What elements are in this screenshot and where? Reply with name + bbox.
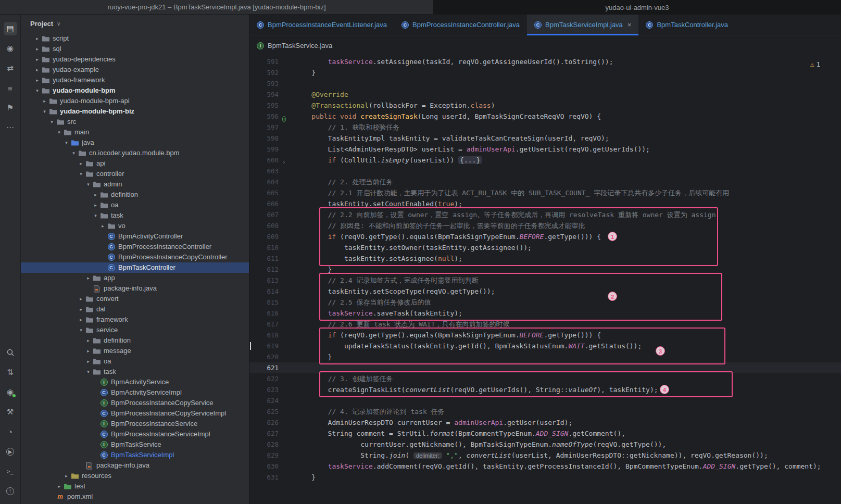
tree-item-oa[interactable]: ▸oa <box>21 200 249 210</box>
line-number[interactable]: 628 <box>249 439 279 450</box>
code-text[interactable]: // 原因是: 不能和向前加签的子任务一起审批，需要等前面的子任务都完成才能审批 <box>295 220 585 231</box>
chevron-collapsed-icon[interactable]: ▸ <box>84 275 92 281</box>
code-line[interactable]: 622 // 3. 创建加签任务 <box>249 373 841 384</box>
tree-item-task[interactable]: ▾task <box>21 367 249 377</box>
editor-tab-bpmtaskserviceimpl-java[interactable]: CBpmTaskServiceImpl.java× <box>527 15 638 35</box>
code-text[interactable]: taskEntity.setCountEnabled(true); <box>295 198 462 209</box>
chevron-expanded-icon[interactable]: ▾ <box>33 88 41 93</box>
profiler-icon[interactable]: ◔ <box>4 425 17 438</box>
chevron-collapsed-icon[interactable]: ▸ <box>41 98 48 104</box>
close-icon[interactable]: × <box>627 21 632 29</box>
editor-tab-bpmprocessinstancecontroller-java[interactable]: CBpmProcessInstanceController.java <box>394 15 527 35</box>
code-text[interactable]: taskService.addComment(reqVO.getId(), ta… <box>295 461 821 472</box>
chevron-collapsed-icon[interactable]: ▸ <box>33 36 41 41</box>
build-icon[interactable]: ⚒ <box>4 405 17 419</box>
chevron-collapsed-icon[interactable]: ▸ <box>33 46 41 52</box>
chevron-collapsed-icon[interactable]: ▸ <box>33 57 41 62</box>
terminal-icon[interactable]: >_ <box>4 464 17 478</box>
line-number[interactable]: 598 <box>249 133 279 144</box>
code-line[interactable]: 628 currentUser.getNickname(), BpmTaskSi… <box>249 439 841 450</box>
chevron-collapsed-icon[interactable]: ▸ <box>33 78 41 83</box>
line-number[interactable]: 621 <box>249 362 279 373</box>
line-number[interactable]: 592 <box>249 67 279 78</box>
code-text[interactable]: // 2.5 保存当前任务修改后的值 <box>295 297 431 308</box>
chevron-collapsed-icon[interactable]: ▸ <box>84 348 92 354</box>
tree-item-bpmactivityserviceimpl[interactable]: CBpmActivityServiceImpl <box>21 387 249 398</box>
tree-item-convert[interactable]: ▸convert <box>21 294 249 304</box>
tree-item-bpmprocessinstanceserviceimpl[interactable]: CBpmProcessInstanceServiceImpl <box>21 429 249 439</box>
tree-item-yudao-framework[interactable]: ▸yudao-framework <box>21 75 249 85</box>
tree-item-pom-xml[interactable]: mpom.xml <box>21 492 249 502</box>
chevron-collapsed-icon[interactable]: ▸ <box>77 161 85 166</box>
line-number[interactable]: 631 <box>249 472 279 483</box>
line-number[interactable]: 630 <box>249 461 279 472</box>
chevron-expanded-icon[interactable]: ▾ <box>55 130 63 135</box>
code-text[interactable]: @Transactional(rollbackFor = Exception.c… <box>295 100 495 111</box>
find-icon[interactable]: ⇅ <box>4 366 17 379</box>
chevron-collapsed-icon[interactable]: ▸ <box>92 192 99 197</box>
chevron-collapsed-icon[interactable]: ▸ <box>77 296 85 301</box>
code-text[interactable]: // 2.4 记录加签方式，完成任务时需要用到判断 <box>295 275 478 286</box>
line-number[interactable]: 596 <box>249 111 279 122</box>
tree-item-definition[interactable]: ▸definition <box>21 335 249 346</box>
line-number[interactable]: 610 <box>249 242 279 253</box>
code-line[interactable]: 603 <box>249 166 841 177</box>
line-number[interactable]: 599 <box>249 144 279 155</box>
tree-item-oa[interactable]: ▸oa <box>21 356 249 367</box>
chevron-collapsed-icon[interactable]: ▸ <box>62 473 70 478</box>
code-text[interactable]: AdminUserRespDTO currentUser = adminUser… <box>295 417 572 428</box>
code-line[interactable]: 591 taskService.setAssignee(taskId, reqV… <box>249 56 841 67</box>
tree-item-vo[interactable]: ▸vo <box>21 221 249 231</box>
tree-item-yudao-module-bpm-biz[interactable]: ▾yudao-module-bpm-biz <box>21 106 249 117</box>
inspection-widget[interactable]: ⚠ 1 <box>810 60 820 68</box>
line-number[interactable]: 629 <box>249 450 279 461</box>
chevron-expanded-icon[interactable]: ▾ <box>62 140 70 145</box>
line-number[interactable]: 606 <box>249 198 279 209</box>
problems-icon[interactable]: ! <box>4 484 17 498</box>
code-text[interactable]: taskEntity.setAssignee(null); <box>295 253 462 264</box>
tree-item-yudao-dependencies[interactable]: ▸yudao-dependencies <box>21 54 249 65</box>
tree-item-script[interactable]: ▸script <box>21 33 249 44</box>
chevron-down-icon[interactable]: ∨ <box>57 21 60 27</box>
code-line[interactable]: 594 @Override <box>249 89 841 100</box>
tree-item-package-info-java[interactable]: package-info.java <box>21 283 249 294</box>
code-text[interactable]: createSignTaskList(convertList(reqVO.get… <box>295 384 658 395</box>
code-text[interactable]: @Override <box>295 89 348 100</box>
chevron-collapsed-icon[interactable]: ▸ <box>33 67 41 72</box>
line-number[interactable]: 615 <box>249 297 279 308</box>
code-text[interactable]: if (reqVO.getType().equals(BpmTaskSignTy… <box>295 231 601 242</box>
chevron-expanded-icon[interactable]: ▾ <box>70 150 78 156</box>
code-line[interactable]: 613 // 2.4 记录加签方式，完成任务时需要用到判断 <box>249 275 841 286</box>
code-text[interactable]: // 2.2 向前加签，设置 owner，置空 assign。等子任务都完成后，… <box>295 209 716 220</box>
line-number[interactable]: 591 <box>249 56 279 67</box>
line-number[interactable]: 618 <box>249 330 279 341</box>
tree-item-resources[interactable]: ▸resources <box>21 471 249 481</box>
line-number[interactable]: 593 <box>249 78 279 89</box>
chevron-expanded-icon[interactable]: ▾ <box>41 109 48 114</box>
tree-item-message[interactable]: ▸message <box>21 346 249 356</box>
editor-tab-bpmprocessinstanceeventlistener-java[interactable]: CBpmProcessInstanceEventListener.java <box>249 15 394 35</box>
code-line[interactable]: 627 String comment = StrUtil.format(BpmC… <box>249 428 841 439</box>
line-number[interactable]: 611 <box>249 253 279 264</box>
line-number[interactable]: 607 <box>249 209 279 220</box>
tree-item-app[interactable]: ▸app <box>21 273 249 283</box>
code-line[interactable]: 598 TaskEntityImpl taskEntity = validate… <box>249 133 841 144</box>
line-number[interactable]: 616 <box>249 308 279 319</box>
code-line[interactable]: 629 String.join( delimiter: ",", convert… <box>249 450 841 461</box>
tree-item-api[interactable]: ▸api <box>21 158 249 169</box>
code-line[interactable]: 615 // 2.5 保存当前任务修改后的值 <box>249 297 841 308</box>
tree-item-yudao-module-bpm[interactable]: ▾yudao-module-bpm <box>21 85 249 96</box>
code-text[interactable]: currentUser.getNickname(), BpmTaskSignTy… <box>295 439 666 450</box>
code-line[interactable]: 624 <box>249 395 841 406</box>
code-text[interactable]: } <box>295 472 316 483</box>
line-number[interactable]: 594 <box>249 89 279 100</box>
chevron-expanded-icon[interactable]: ▾ <box>92 213 99 218</box>
code-line[interactable]: 618 if (reqVO.getType().equals(BpmTaskSi… <box>249 330 841 341</box>
line-number[interactable]: 627 <box>249 428 279 439</box>
code-text[interactable]: // 2. 处理当前任务 <box>295 177 393 187</box>
tree-item-bpmactivityservice[interactable]: IBpmActivityService <box>21 377 249 387</box>
tree-item-task[interactable]: ▾task <box>21 210 249 221</box>
code-line[interactable]: 599 List<AdminUserRespDTO> userList = ad… <box>249 144 841 155</box>
tree-item-bpmprocessinstanceservice[interactable]: IBpmProcessInstanceService <box>21 419 249 429</box>
tree-item-bpmtaskservice[interactable]: IBpmTaskService <box>21 439 249 450</box>
